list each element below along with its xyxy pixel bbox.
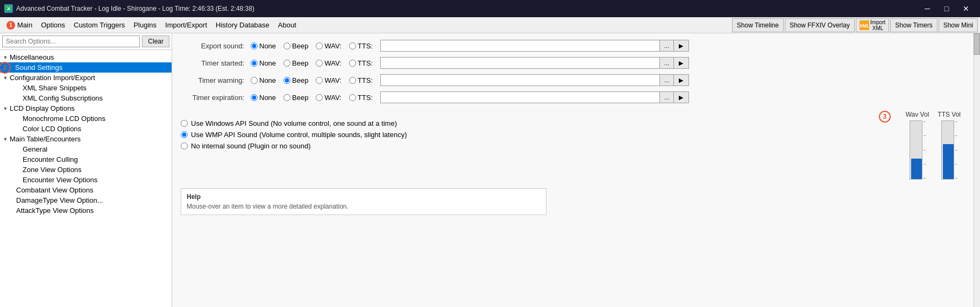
show-timeline-button[interactable]: Show Timeline	[732, 18, 784, 32]
timer-expiration-browse-button[interactable]: ...	[660, 91, 674, 103]
menu-item-options[interactable]: Options	[37, 19, 69, 31]
tree-item-encounter-culling[interactable]: Encounter Culling	[0, 154, 172, 165]
windows-api-radio[interactable]	[181, 120, 188, 127]
timer-expiration-tts-option[interactable]: TTS:	[349, 94, 373, 102]
tree-item-monochrome-lcd[interactable]: Monochrome LCD Options	[0, 113, 172, 124]
tree-item-xml-share-snippets[interactable]: XML Share Snippets	[0, 83, 172, 93]
timer-started-none-radio[interactable]	[251, 60, 258, 67]
tree-item-sound-settings[interactable]: Sound Settings	[0, 62, 172, 73]
timer-warning-browse-button[interactable]: ...	[660, 74, 674, 86]
show-ffxiv-overlay-button[interactable]: Show FFXIV Overlay	[785, 18, 855, 32]
export-play-button[interactable]: ▶	[674, 40, 689, 52]
tree-item-miscellaneous[interactable]: ▼ Miscellaneous	[0, 52, 172, 62]
timer-expiration-play-button[interactable]: ▶	[674, 91, 689, 103]
export-none-option[interactable]: None	[251, 42, 276, 50]
export-wav-option[interactable]: WAV:	[316, 42, 341, 50]
timer-expiration-beep-option[interactable]: Beep	[283, 94, 308, 102]
timer-expiration-row: Timer expiration: None Beep WAV: TTS:	[181, 91, 971, 103]
tree-label-lcd-display-options: LCD Display Options	[10, 104, 75, 112]
tree-label-zone-view-options: Zone View Options	[23, 166, 82, 174]
search-input[interactable]	[2, 35, 140, 47]
timer-expiration-beep-radio[interactable]	[283, 94, 290, 101]
windows-api-option[interactable]: Use Windows API Sound (No volume control…	[181, 119, 894, 127]
timer-warning-wav-radio[interactable]	[316, 77, 323, 84]
expander-general	[15, 146, 22, 153]
expander-monochrome	[15, 116, 22, 122]
timer-warning-tts-option[interactable]: TTS:	[349, 76, 373, 84]
timer-warning-none-option[interactable]: None	[251, 76, 276, 84]
menu-item-main[interactable]: 1 Main	[2, 19, 37, 32]
timer-expiration-wav-radio[interactable]	[316, 94, 323, 101]
export-tts-option[interactable]: TTS:	[349, 42, 373, 50]
tree-item-lcd-display-options[interactable]: ▼ LCD Display Options	[0, 103, 172, 113]
timer-started-tts-radio[interactable]	[349, 60, 356, 67]
menu-item-about[interactable]: About	[274, 19, 301, 31]
scrollbar-thumb[interactable]	[974, 33, 980, 55]
tree-item-encounter-view-options[interactable]: Encounter View Options	[0, 175, 172, 185]
tree-item-general[interactable]: General	[0, 144, 172, 154]
timer-started-beep-option[interactable]: Beep	[283, 59, 308, 67]
wmp-api-radio[interactable]	[181, 131, 188, 138]
timer-expiration-wav-option[interactable]: WAV:	[316, 94, 341, 102]
tree-item-color-lcd[interactable]: Color LCD Options	[0, 124, 172, 134]
tree-container[interactable]: ▼ Miscellaneous 2 Sound Settings ▼ Confi…	[0, 50, 172, 307]
expander-color-lcd	[15, 126, 22, 132]
timer-started-wav-radio[interactable]	[316, 60, 323, 67]
timer-warning-play-button[interactable]: ▶	[674, 74, 689, 86]
show-mini-button[interactable]: Show Mini	[939, 18, 978, 32]
timer-warning-wav-option[interactable]: WAV:	[316, 76, 341, 84]
menu-item-history-database[interactable]: History Database	[211, 19, 274, 31]
export-tts-radio[interactable]	[349, 42, 356, 49]
export-beep-radio[interactable]	[283, 42, 290, 49]
show-timers-button[interactable]: Show Timers	[890, 18, 937, 32]
tree-item-combatant-view-options[interactable]: Combatant View Options	[0, 185, 172, 195]
timer-expiration-tts-radio[interactable]	[349, 94, 356, 101]
timer-warning-beep-radio[interactable]	[283, 77, 290, 84]
tree-item-xml-config-subscriptions[interactable]: XML Config Subscriptions	[0, 93, 172, 103]
menu-item-plugins[interactable]: Plugins	[129, 19, 161, 31]
timer-started-beep-radio[interactable]	[283, 60, 290, 67]
timer-warning-none-radio[interactable]	[251, 77, 258, 84]
export-none-radio[interactable]	[251, 42, 258, 49]
no-internal-sound-radio[interactable]	[181, 142, 188, 149]
timer-started-label: Timer started:	[181, 59, 251, 67]
timer-started-wav-option[interactable]: WAV:	[316, 59, 341, 67]
tts-vol-slider[interactable]	[941, 120, 954, 180]
menu-item-import-export[interactable]: Import/Export	[161, 19, 211, 31]
timer-started-tts-option[interactable]: TTS:	[349, 59, 373, 67]
maximize-button[interactable]: □	[937, 0, 956, 17]
title-bar: ⚔ Advanced Combat Tracker - Log Idle - S…	[0, 0, 980, 17]
export-beep-option[interactable]: Beep	[283, 42, 308, 50]
timer-warning-input[interactable]	[380, 74, 660, 86]
timer-warning-tts-radio[interactable]	[349, 77, 356, 84]
timer-started-none-option[interactable]: None	[251, 59, 276, 67]
close-button[interactable]: ✕	[956, 0, 976, 17]
tree-item-attack-type-view-options[interactable]: AttackType View Options	[0, 205, 172, 216]
expander-encounter-view	[15, 177, 22, 183]
no-internal-sound-option[interactable]: No internal sound (Plugin or no sound)	[181, 142, 894, 150]
timer-started-browse-button[interactable]: ...	[660, 57, 674, 69]
timer-started-play-button[interactable]: ▶	[674, 57, 689, 69]
tree-item-main-table-encounters[interactable]: ▼ Main Table/Encounters	[0, 134, 172, 144]
timer-expiration-input[interactable]	[380, 91, 660, 103]
wmp-api-option[interactable]: Use WMP API Sound (Volume control, multi…	[181, 131, 894, 139]
export-browse-button[interactable]: ...	[660, 40, 674, 52]
tree-item-damage-type-view-options[interactable]: DamageType View Option...	[0, 195, 172, 205]
export-sound-input[interactable]	[380, 40, 660, 52]
tree-label-combatant-view-options: Combatant View Options	[16, 186, 94, 194]
export-wav-radio[interactable]	[316, 42, 323, 49]
timer-expiration-none-radio[interactable]	[251, 94, 258, 101]
right-panel: Export sound: None Beep WAV: TTS:	[172, 33, 980, 307]
timer-expiration-none-option[interactable]: None	[251, 94, 276, 102]
scrollbar-right[interactable]	[974, 33, 980, 307]
clear-button[interactable]: Clear	[142, 35, 169, 47]
tree-item-zone-view-options[interactable]: Zone View Options	[0, 165, 172, 175]
timer-warning-beep-option[interactable]: Beep	[283, 76, 308, 84]
wav-vol-slider[interactable]	[910, 120, 922, 180]
tree-item-config-import-export[interactable]: ▼ Configuration Import/Export	[0, 73, 172, 83]
minimize-button[interactable]: ─	[918, 0, 937, 17]
menu-item-custom-triggers[interactable]: Custom Triggers	[69, 19, 129, 31]
expander-main-table: ▼	[2, 136, 9, 142]
timer-started-input[interactable]	[380, 57, 660, 69]
import-xml-button[interactable]: XML Import XML	[856, 18, 889, 32]
